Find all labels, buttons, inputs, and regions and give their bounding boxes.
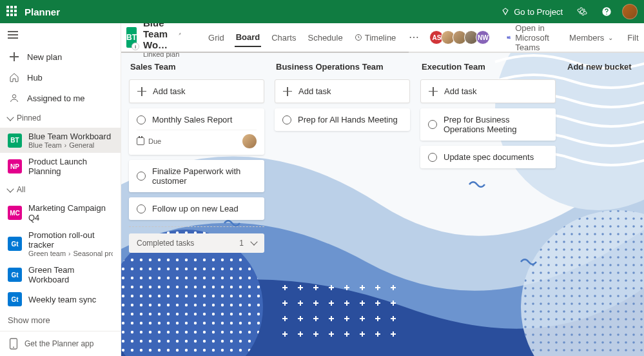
help-button[interactable]: [598, 4, 616, 19]
plus-icon: [9, 52, 19, 62]
tab-timeline[interactable]: Timeline: [353, 28, 398, 47]
plan-sub-b: Seasonal prom…: [73, 250, 113, 257]
settings-button[interactable]: [573, 4, 591, 19]
svg-point-14: [509, 36, 511, 37]
task-title: Follow up on new Lead: [152, 204, 239, 213]
task-card[interactable]: Finalize Paperwork with customer: [129, 160, 264, 192]
plan-title: Weekly team sync: [28, 295, 96, 304]
task-complete-toggle[interactable]: [137, 115, 146, 124]
plan-title: Product Launch Planning: [28, 157, 113, 176]
plan-sub-b: General: [69, 141, 94, 149]
task-title: Finalize Paperwork with customer: [152, 166, 257, 186]
sidebar-plan-promotion[interactable]: Gt Promotion roll-out tracker Green team…: [0, 226, 121, 261]
add-task-button[interactable]: Add task: [275, 79, 410, 103]
task-complete-toggle[interactable]: [428, 153, 437, 162]
chevron-down-icon: [6, 185, 14, 192]
filters-button[interactable]: Filt: [623, 30, 642, 45]
plan-badge: MC: [8, 206, 22, 220]
task-card[interactable]: Follow up on new Lead: [129, 197, 264, 220]
add-task-button[interactable]: Add task: [129, 79, 264, 103]
plan-sub-a: Blue Team: [28, 141, 62, 149]
app-launcher-icon[interactable]: [6, 6, 18, 17]
tab-grid[interactable]: Grid: [207, 28, 226, 47]
plan-tile-text: BT: [126, 33, 137, 42]
task-card[interactable]: Prep for Business Operations Meeting: [420, 108, 556, 141]
member-avatar[interactable]: NW: [476, 30, 490, 44]
plan-badge: Gt: [8, 292, 22, 306]
sidebar-toggle-button[interactable]: [0, 23, 26, 46]
top-bar: Planner Go to Project: [0, 0, 644, 23]
calendar-icon: [137, 137, 144, 145]
show-more-button[interactable]: Show more: [0, 310, 121, 330]
add-bucket-button[interactable]: Add new bucket: [566, 59, 633, 74]
task-card[interactable]: Monthly Sales Report Due: [129, 108, 264, 155]
tab-schedule[interactable]: Schedule: [306, 28, 344, 47]
completed-label: Completed tasks: [137, 239, 194, 248]
task-card[interactable]: Prep for All Hands Meeting: [275, 108, 410, 131]
new-plan-button[interactable]: New plan: [0, 46, 121, 67]
sidebar-plan-marketing[interactable]: MC Marketing Campaign Q4: [0, 199, 121, 226]
plan-badge: BT: [8, 134, 22, 148]
task-title: Prep for All Hands Meeting: [298, 115, 398, 124]
plan-sub-a: Green team: [28, 250, 66, 257]
tab-board[interactable]: Board: [235, 28, 262, 47]
sidebar-plan-green-team[interactable]: Gt Green Team Workboard: [0, 261, 121, 288]
tab-charts[interactable]: Charts: [270, 28, 297, 47]
plus-icon: [137, 87, 146, 96]
pin-icon[interactable]: [178, 30, 181, 38]
go-to-project-button[interactable]: Go to Project: [497, 5, 567, 19]
add-bucket-area: Add new bucket: [566, 59, 633, 350]
help-icon: [601, 6, 612, 17]
bucket-title[interactable]: Business Operations Team: [275, 59, 410, 74]
task-complete-toggle[interactable]: [137, 204, 146, 213]
add-task-button[interactable]: Add task: [420, 79, 556, 103]
all-section-header[interactable]: All: [0, 180, 121, 199]
hub-button[interactable]: Hub: [0, 67, 121, 88]
gear-icon: [577, 6, 587, 17]
assigned-to-me-button[interactable]: Assigned to me: [0, 88, 121, 108]
buckets-area: Sales Team Add task Monthly Sales Report…: [121, 53, 644, 356]
plan-title: Marketing Campaign Q4: [28, 203, 113, 222]
completed-tasks-toggle[interactable]: Completed tasks 1: [129, 233, 264, 253]
open-in-teams-button[interactable]: T Open in Microsoft Teams: [503, 23, 559, 55]
board-header: BT i Blue Team Wo… Linked plan Grid Boar…: [121, 23, 644, 52]
get-app-label: Get the Planner app: [24, 339, 93, 348]
task-complete-toggle[interactable]: [137, 172, 146, 181]
plan-tile[interactable]: BT i: [126, 27, 137, 48]
more-tabs-button[interactable]: ⋯: [406, 28, 422, 47]
svg-point-2: [13, 347, 14, 348]
clock-icon: [355, 34, 362, 41]
open-in-teams-label: Open in Microsoft Teams: [515, 23, 555, 52]
breadcrumb-chevron-icon: ›: [64, 142, 66, 149]
task-title: Prep for Business Operations Meeting: [444, 115, 548, 134]
plan-title-text: Blue Team Wo…: [143, 23, 173, 50]
all-label: All: [17, 185, 25, 194]
plan-title: Blue Team Workboard: [28, 132, 111, 141]
bucket-title[interactable]: Execution Team: [420, 59, 556, 74]
task-card[interactable]: Update spec documents: [420, 146, 556, 168]
phone-icon: [9, 338, 18, 350]
task-title: Update spec documents: [444, 152, 534, 162]
sidebar-plan-product-launch[interactable]: NP Product Launch Planning: [0, 153, 121, 180]
get-app-button[interactable]: Get the Planner app: [0, 331, 121, 356]
task-complete-toggle[interactable]: [282, 115, 291, 124]
pinned-section-header[interactable]: Pinned: [0, 108, 121, 128]
bucket-title[interactable]: Sales Team: [129, 59, 264, 74]
task-complete-toggle[interactable]: [428, 120, 437, 129]
member-avatars[interactable]: AS NW: [433, 30, 490, 44]
chevron-down-icon: [6, 114, 14, 121]
pinned-label: Pinned: [17, 114, 41, 123]
due-label: Due: [148, 137, 161, 145]
members-dropdown[interactable]: Members ⌄: [565, 30, 617, 45]
user-avatar[interactable]: [622, 4, 638, 19]
info-icon[interactable]: i: [132, 43, 139, 50]
teams-icon: T: [507, 32, 511, 43]
sidebar-plan-weekly-sync[interactable]: Gt Weekly team sync: [0, 288, 121, 310]
plan-title: Promotion roll-out tracker: [28, 230, 113, 250]
sidebar-plan-blue-team[interactable]: BT Blue Team Workboard Blue Team›General: [0, 128, 121, 153]
due-tag[interactable]: Due: [137, 137, 161, 145]
plan-badge: Gt: [8, 268, 22, 282]
assignee-avatar[interactable]: [242, 134, 257, 148]
breadcrumb-chevron-icon: ›: [68, 250, 70, 257]
assigned-label: Assigned to me: [27, 94, 85, 103]
